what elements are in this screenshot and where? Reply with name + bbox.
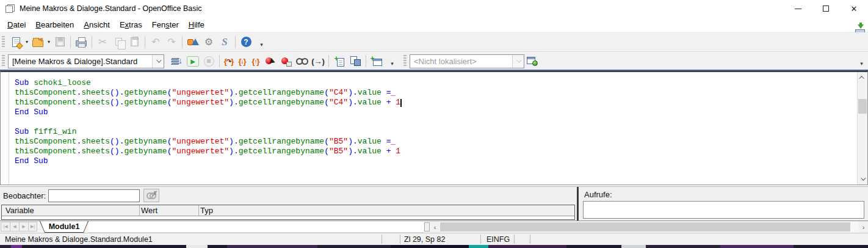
code-editor[interactable]: Sub schoki_loosethisComponent.sheets().g… [0, 71, 868, 184]
options-button[interactable]: ⚙ [201, 34, 217, 50]
calls-list[interactable] [583, 201, 864, 219]
horizontal-scrollbar[interactable] [439, 221, 859, 233]
vertical-scrollbar-thumb[interactable] [858, 99, 867, 114]
code-line[interactable]: Sub schoki_loose [15, 78, 857, 88]
status-insert-mode[interactable]: EINFG [486, 235, 510, 244]
toolbar-grip[interactable] [2, 55, 5, 67]
watch-column-wert[interactable]: Wert [141, 206, 157, 215]
column-divider[interactable] [198, 205, 199, 216]
minimize-button[interactable] [784, 0, 812, 17]
redo-button: ↷ [164, 34, 179, 50]
print-button[interactable] [73, 34, 89, 50]
library-selector[interactable]: [Meine Makros & Dialoge].Standard [8, 54, 164, 68]
watch-table[interactable]: Variable Wert Typ [1, 205, 575, 220]
stop-button [201, 53, 217, 69]
chevron-down-icon [516, 57, 521, 62]
toolbar-overflow-button[interactable]: ▾ [258, 35, 266, 49]
code-line[interactable]: Sub fiffi_win [15, 127, 857, 137]
status-separator [530, 235, 530, 244]
toolbar-grip[interactable] [403, 55, 407, 67]
toolbar-overflow-button[interactable]: ▾ [388, 54, 396, 68]
paste-icon [131, 37, 139, 46]
chevron-down-icon [156, 57, 161, 62]
minimize-icon [795, 9, 801, 9]
modules-dialog-button[interactable]: + [369, 53, 385, 69]
compile-icon: ↓ [172, 56, 183, 66]
insert-module-button[interactable]: + [331, 53, 347, 69]
close-button[interactable]: ✕ [840, 0, 868, 17]
breakpoint-button[interactable] [262, 53, 278, 69]
toolbar-separator [145, 36, 145, 48]
undo-button: ↶ [148, 34, 164, 50]
find-parentheses-button[interactable]: (→) [310, 53, 326, 69]
help-button[interactable]: ? [238, 34, 254, 50]
enable-watch-button[interactable] [294, 53, 310, 69]
save-icon [56, 37, 65, 46]
tab-nav-last-button: ▶| [28, 222, 37, 232]
maximize-button[interactable] [812, 0, 840, 17]
library-selector-value: [Meine Makros & Dialoge].Standard [9, 57, 152, 66]
run-button[interactable]: ▶ [185, 53, 201, 69]
language-selector-value: <Nicht lokalisiert> [410, 57, 512, 66]
toolbar-overflow-button[interactable]: ▾ [858, 54, 866, 68]
library-selector-dropdown-button[interactable] [152, 55, 164, 68]
compile-button[interactable]: ↓ [169, 53, 185, 69]
toolbar-separator [92, 36, 92, 48]
status-separator [514, 235, 515, 244]
watch-panel: Beobachter: ✗ Variable Wert Typ [0, 187, 577, 221]
standard-toolbar: ▾ ▾ ✂ ↶ ↷ ⚙ S ? ▾ [0, 32, 868, 52]
code-line[interactable] [15, 117, 857, 127]
watch-input[interactable] [48, 189, 140, 202]
language-selector-dropdown-button [512, 55, 524, 68]
open-button[interactable] [30, 34, 46, 50]
redo-icon: ↷ [167, 37, 175, 47]
manage-breakpoints-button[interactable] [278, 53, 294, 69]
tab-nav-next-button: ▶ [19, 222, 28, 232]
vertical-scrollbar[interactable] [857, 72, 867, 184]
tab-module1[interactable]: Module1 [40, 221, 89, 233]
scroll-right-button[interactable]: › [859, 221, 868, 233]
manage-languages-button[interactable] [524, 53, 540, 69]
code-line[interactable]: thisComponent.sheets().getbyname("ungewe… [15, 88, 857, 98]
scroll-up-button[interactable] [858, 73, 867, 82]
menu-item-ansicht[interactable]: Ansicht [79, 18, 115, 31]
step-out-button[interactable]: {↑} [249, 53, 262, 69]
modules-dialog-icon: + [372, 57, 382, 66]
menu-item-datei[interactable]: Datei [2, 18, 31, 31]
new-document-dropdown[interactable]: ▾ [24, 34, 30, 50]
scrollbar-splitter-handle[interactable] [424, 222, 430, 232]
menu-item-extras[interactable]: Extras [115, 18, 147, 31]
new-document-button[interactable] [8, 34, 24, 50]
menu-item-fenster[interactable]: Fenster [147, 18, 184, 31]
code-text[interactable]: Sub schoki_loosethisComponent.sheets().g… [9, 72, 857, 184]
column-divider[interactable] [139, 205, 140, 216]
code-line[interactable]: End Sub [15, 108, 857, 117]
menu-item-bearbeiten[interactable]: Bearbeiten [31, 18, 79, 31]
scroll-down-button[interactable] [858, 174, 867, 184]
watch-column-typ[interactable]: Typ [200, 206, 213, 215]
single-step-button[interactable]: {↓} [236, 53, 249, 69]
code-line[interactable]: End Sub [15, 156, 857, 166]
toolbar-separator [235, 36, 236, 48]
save-source-button[interactable] [347, 53, 363, 69]
breakpoint-gutter[interactable] [1, 72, 9, 184]
open-dropdown[interactable]: ▾ [46, 34, 52, 50]
procedure-step-button[interactable]: {↷} [222, 53, 236, 69]
macro-toolbar: [Meine Makros & Dialoge].Standard ↓ ▶ {↷… [0, 53, 868, 71]
find-parentheses-icon: (→) [311, 57, 325, 66]
toolbar-separator [219, 55, 220, 67]
menu-item-hilfe[interactable]: Hilfe [184, 18, 209, 31]
manage-breakpoints-icon [281, 56, 291, 66]
code-line[interactable]: thisComponent.sheets().getbyname("ungewe… [15, 98, 857, 108]
macro-organizer-button[interactable]: S [217, 34, 233, 50]
breakpoint-icon [266, 56, 275, 66]
toolbar-grip[interactable] [2, 36, 5, 48]
toolbar-separator [328, 55, 329, 67]
code-line[interactable]: thisComponent.sheets().getbyname("ungewe… [15, 137, 857, 147]
select-object-button[interactable] [185, 34, 201, 50]
scroll-left-button[interactable]: ‹ [430, 221, 439, 233]
title-bar: Meine Makros & Dialoge.Standard - OpenOf… [0, 0, 868, 17]
watch-column-variable[interactable]: Variable [5, 206, 34, 215]
code-line[interactable]: thisComponent.sheets().getbyname("ungewe… [15, 147, 857, 156]
horizontal-scrollbar-thumb[interactable] [440, 222, 850, 232]
